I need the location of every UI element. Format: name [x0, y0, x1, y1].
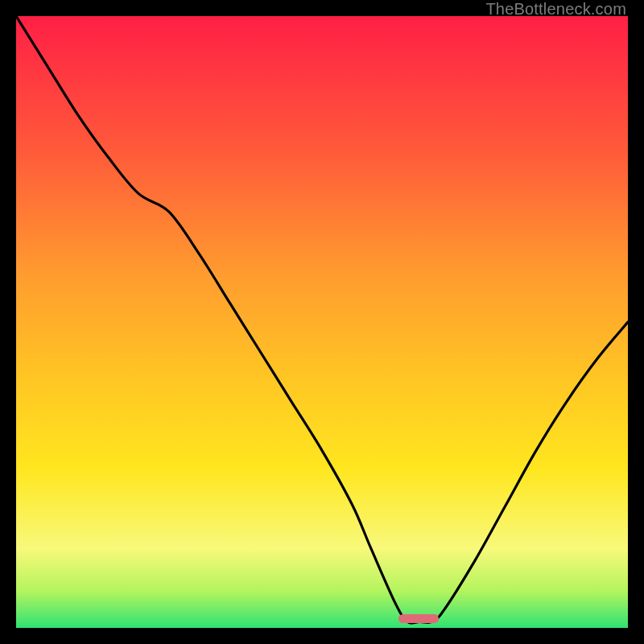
optimal-marker [398, 614, 439, 623]
bottleneck-curve [16, 16, 628, 628]
outer-frame: TheBottleneck.com [0, 0, 644, 644]
plot-area [16, 16, 628, 628]
watermark-text: TheBottleneck.com [485, 0, 626, 19]
